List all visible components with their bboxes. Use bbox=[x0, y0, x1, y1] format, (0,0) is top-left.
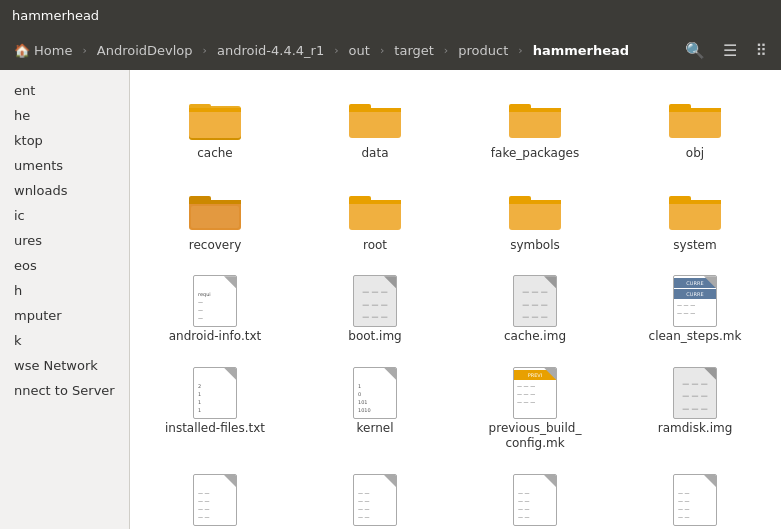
folder-icon-fake-packages bbox=[507, 94, 563, 142]
sidebar-item-7[interactable]: eos bbox=[0, 253, 129, 278]
file-item-symbols[interactable]: symbols bbox=[470, 178, 600, 260]
nav-sep-6: › bbox=[518, 44, 522, 57]
svg-rect-24 bbox=[509, 200, 561, 204]
nav-sep-2: › bbox=[203, 44, 207, 57]
file-item-obj[interactable]: obj bbox=[630, 86, 760, 168]
txt-icon-kernel: 101011010 bbox=[347, 369, 403, 417]
file-item-kernel[interactable]: 101011010 kernel bbox=[310, 361, 440, 458]
img-icon-ramdisk-recovery: — —— —— —— — bbox=[187, 476, 243, 524]
file-item-ramdisk[interactable]: — — —— — —— — — ramdisk.img bbox=[630, 361, 760, 458]
svg-rect-26 bbox=[669, 200, 721, 230]
mk-icon-clean-steps: CURRE CURRE — — —— — — bbox=[667, 277, 723, 325]
sidebar-item-5[interactable]: ic bbox=[0, 203, 129, 228]
file-item-root[interactable]: root bbox=[310, 178, 440, 260]
sidebar-item-0[interactable]: ent bbox=[0, 78, 129, 103]
file-label-cache: cache bbox=[197, 146, 233, 162]
sidebar-item-11[interactable]: wse Network bbox=[0, 353, 129, 378]
svg-rect-8 bbox=[349, 108, 401, 112]
sidebar-item-4[interactable]: wnloads bbox=[0, 178, 129, 203]
svg-rect-13 bbox=[669, 108, 721, 138]
sidebar-item-10[interactable]: k bbox=[0, 328, 129, 353]
folder-icon-data bbox=[347, 94, 403, 142]
file-grid: cache data bbox=[150, 86, 761, 529]
nav-sep-4: › bbox=[380, 44, 384, 57]
svg-rect-27 bbox=[669, 200, 721, 204]
img-icon-boot: — — —— — —— — — bbox=[347, 277, 403, 325]
file-item-recovery-img[interactable]: — —— —— —— — recovery.img bbox=[310, 468, 440, 529]
file-item-data[interactable]: data bbox=[310, 86, 440, 168]
file-item-clean-steps[interactable]: CURRE CURRE — — —— — — clean_steps.mk bbox=[630, 269, 760, 351]
file-label-android-info: android-info.txt bbox=[169, 329, 262, 345]
nav-home[interactable]: 🏠 Home bbox=[6, 39, 80, 62]
file-label-installed-files: installed-files.txt bbox=[165, 421, 265, 437]
file-label-system: system bbox=[673, 238, 716, 254]
sidebar-item-8[interactable]: h bbox=[0, 278, 129, 303]
file-item-installed-files[interactable]: 2111 installed-files.txt bbox=[150, 361, 280, 458]
file-item-android-info[interactable]: requi——— android-info.txt bbox=[150, 269, 280, 351]
svg-rect-21 bbox=[349, 200, 401, 204]
menu-button[interactable]: ☰ bbox=[715, 36, 745, 65]
nav-product[interactable]: product bbox=[450, 39, 516, 62]
nav-target[interactable]: target bbox=[386, 39, 442, 62]
sidebar-item-12[interactable]: nnect to Server bbox=[0, 378, 129, 403]
titlebar: hammerhead bbox=[0, 0, 781, 30]
nav-sep-5: › bbox=[444, 44, 448, 57]
nav-android-version[interactable]: android-4.4.4_r1 bbox=[209, 39, 332, 62]
txt-icon-installed-files: 2111 bbox=[187, 369, 243, 417]
file-item-system-img[interactable]: — —— —— —— — system.img bbox=[470, 468, 600, 529]
grid-button[interactable]: ⠿ bbox=[747, 36, 775, 65]
prev-icon-build: PREVI — — —— — —— — — bbox=[507, 369, 563, 417]
img-icon-system: — —— —— —— — bbox=[507, 476, 563, 524]
file-item-system[interactable]: system bbox=[630, 178, 760, 260]
file-label-prev-build: previous_build_config.mk bbox=[489, 421, 582, 452]
folder-icon-root bbox=[347, 186, 403, 234]
file-label-data: data bbox=[361, 146, 388, 162]
sidebar-item-3[interactable]: uments bbox=[0, 153, 129, 178]
file-label-kernel: kernel bbox=[357, 421, 394, 437]
svg-rect-14 bbox=[669, 108, 721, 112]
img-icon-recovery: — —— —— —— — bbox=[347, 476, 403, 524]
file-item-recovery[interactable]: recovery bbox=[150, 178, 280, 260]
file-label-ramdisk: ramdisk.img bbox=[658, 421, 733, 437]
sidebar-item-2[interactable]: ktop bbox=[0, 128, 129, 153]
file-label-clean-steps: clean_steps.mk bbox=[649, 329, 742, 345]
sidebar: ent he ktop uments wnloads ic ures eos h… bbox=[0, 70, 130, 529]
file-item-boot-img[interactable]: — — —— — —— — — boot.img bbox=[310, 269, 440, 351]
file-label-cache-img: cache.img bbox=[504, 329, 566, 345]
file-item-fake-packages[interactable]: fake_packages bbox=[470, 86, 600, 168]
txt-icon-android-info: requi——— bbox=[187, 277, 243, 325]
file-label-boot-img: boot.img bbox=[348, 329, 401, 345]
folder-icon-system bbox=[667, 186, 723, 234]
home-icon: 🏠 bbox=[14, 43, 30, 58]
navbar: 🏠 Home › AndroidDevlop › android-4.4.4_r… bbox=[0, 30, 781, 70]
folder-icon-cache bbox=[187, 94, 243, 142]
file-label-root: root bbox=[363, 238, 387, 254]
sidebar-item-9[interactable]: mputer bbox=[0, 303, 129, 328]
img-icon-userdata: — —— —— —— — bbox=[667, 476, 723, 524]
file-item-cache-img[interactable]: — — —— — —— — — cache.img bbox=[470, 269, 600, 351]
file-label-recovery: recovery bbox=[189, 238, 242, 254]
file-area: cache data bbox=[130, 70, 781, 529]
img-icon-ramdisk: — — —— — —— — — bbox=[667, 369, 723, 417]
search-button[interactable]: 🔍 bbox=[677, 36, 713, 65]
folder-icon-symbols bbox=[507, 186, 563, 234]
svg-rect-17 bbox=[189, 200, 241, 204]
folder-icon-obj bbox=[667, 94, 723, 142]
file-label-fake-packages: fake_packages bbox=[491, 146, 579, 162]
sidebar-item-1[interactable]: he bbox=[0, 103, 129, 128]
file-item-ramdisk-recovery[interactable]: — —— —— —— — ramdisk-recovery.img bbox=[150, 468, 280, 529]
svg-rect-10 bbox=[509, 108, 561, 138]
svg-rect-18 bbox=[191, 206, 239, 228]
file-item-prev-build[interactable]: PREVI — — —— — —— — — previous_build_con… bbox=[470, 361, 600, 458]
main-layout: ent he ktop uments wnloads ic ures eos h… bbox=[0, 70, 781, 529]
nav-out[interactable]: out bbox=[341, 39, 378, 62]
file-item-cache[interactable]: cache bbox=[150, 86, 280, 168]
file-label-symbols: symbols bbox=[510, 238, 560, 254]
nav-hammerhead[interactable]: hammerhead bbox=[525, 39, 638, 62]
sidebar-item-6[interactable]: ures bbox=[0, 228, 129, 253]
svg-rect-5 bbox=[189, 108, 241, 112]
svg-rect-23 bbox=[509, 200, 561, 230]
nav-androiddevlop[interactable]: AndroidDevlop bbox=[89, 39, 201, 62]
file-item-userdata[interactable]: — —— —— —— — userdata.img bbox=[630, 468, 760, 529]
svg-rect-20 bbox=[349, 200, 401, 230]
